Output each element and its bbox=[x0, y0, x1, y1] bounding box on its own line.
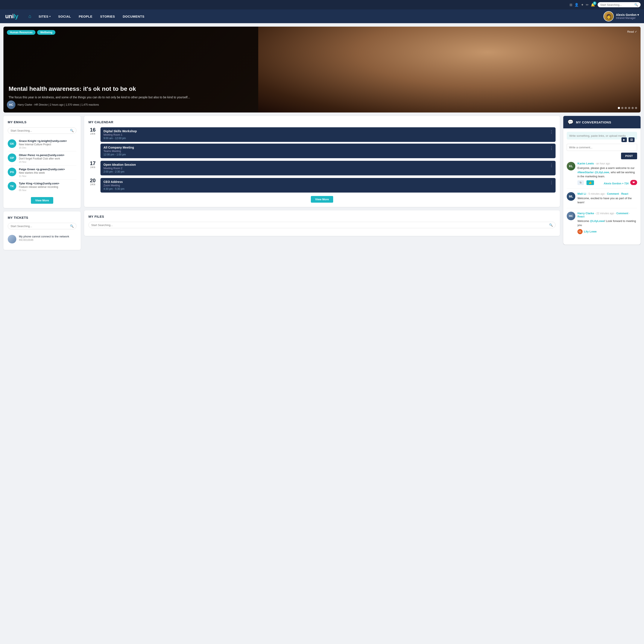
nav-item-documents[interactable]: DOCUMENTS bbox=[119, 15, 148, 18]
conv-reactor-avatar: LL bbox=[577, 229, 583, 234]
nav-user[interactable]: 👩 Alexis Gordon ▾ Intranet Manager bbox=[603, 11, 639, 21]
files-search-box[interactable]: 🔍 bbox=[88, 222, 556, 228]
conv-mention-karim[interactable]: @LilyLowe bbox=[595, 171, 609, 174]
calendar-row-16a: 16 JAN ⋮ Digital Skills Workshop Meeting… bbox=[88, 127, 556, 142]
conversations-header: 💬 MY CONVERSATIONS bbox=[563, 116, 641, 128]
cal-event-digital[interactable]: ⋮ Digital Skills Workshop Meeting Room 1… bbox=[100, 127, 556, 142]
hero-image bbox=[258, 27, 641, 112]
event-menu-icon-4[interactable]: ⋮ bbox=[550, 180, 553, 185]
sites-chevron-icon: ▾ bbox=[49, 15, 51, 18]
cal-date-16: 16 JAN bbox=[88, 127, 97, 135]
hero-tag-wellbeing[interactable]: Wellbeing bbox=[37, 30, 55, 35]
cal-event-title-1: Digital Skills Workshop bbox=[103, 129, 553, 133]
conv-text-harry: Welcome @LilyLowe! Look forward to meeti… bbox=[577, 219, 637, 227]
conv-name-harry[interactable]: Harry Clarke bbox=[577, 212, 594, 215]
email-item-gk[interactable]: GK Grace Knight <g.knight@unily.com> New… bbox=[8, 137, 76, 151]
email-avatar-gk: GK bbox=[8, 139, 16, 148]
left-column: MY EMAILS 🔍 GK Grace Knight <g.knight@un… bbox=[3, 116, 81, 250]
emails-list: GK Grace Knight <g.knight@unily.com> New… bbox=[8, 137, 76, 194]
cal-event-ceo[interactable]: ⋮ CEO Address Zoom Meeting 4:30 pm - 5:3… bbox=[100, 178, 556, 193]
cal-event-location-4: Zoom Meeting bbox=[103, 184, 553, 187]
hero-dot-3[interactable] bbox=[625, 107, 627, 109]
conv-share-btn-karim[interactable]: ↻ bbox=[577, 180, 584, 185]
emails-search-box[interactable]: 🔍 bbox=[8, 127, 76, 134]
emails-search-input[interactable] bbox=[11, 129, 69, 132]
emails-search-icon: 🔍 bbox=[70, 129, 74, 132]
nav-item-stories[interactable]: STORIES bbox=[96, 15, 119, 18]
conv-comment-link-harry[interactable]: Comment bbox=[616, 212, 628, 215]
conv-comment-link-mali[interactable]: Comment bbox=[607, 192, 619, 195]
email-date-tk: 05 Nov bbox=[19, 189, 76, 191]
tickets-search-input[interactable] bbox=[11, 225, 69, 228]
cal-event-title-4: CEO Address bbox=[103, 180, 553, 184]
cal-event-allco[interactable]: ⋮ All Company Meeting Teams Meeting 12:0… bbox=[100, 144, 556, 158]
hero-dot-6[interactable] bbox=[635, 107, 637, 109]
calendar-title: MY CALENDAR bbox=[88, 120, 556, 124]
top-search-input[interactable] bbox=[600, 3, 633, 6]
event-menu-icon-1[interactable]: ⋮ bbox=[550, 129, 553, 134]
tickets-search-box[interactable]: 🔍 bbox=[8, 223, 76, 229]
hero-tag-hr[interactable]: Human Resources bbox=[7, 30, 35, 35]
notification-bell[interactable]: 🔔 8 bbox=[591, 3, 595, 7]
email-item-tk[interactable]: TK Tyler King <t.king@unily.com> Feature… bbox=[8, 180, 76, 194]
conversations-image-btn[interactable]: 🖼 bbox=[629, 137, 635, 142]
nav-item-people[interactable]: PEOPLE bbox=[75, 15, 96, 18]
email-sender-pg: Paige Green <p.green@unily.com> bbox=[19, 168, 76, 171]
right-column: 💬 MY CONVERSATIONS Write something, past… bbox=[563, 116, 641, 250]
conv-body-harry: Harry Clarke - 22 minutes ago - Comment … bbox=[577, 212, 637, 234]
files-search-input[interactable] bbox=[91, 223, 548, 227]
conv-mention-harry[interactable]: @LilyLowe bbox=[590, 219, 605, 223]
email-item-op[interactable]: OP Oliver Perez <o.perez@unily.com> Don'… bbox=[8, 151, 76, 166]
conv-react-link-mali[interactable]: React bbox=[621, 192, 628, 195]
conversations-comment-input[interactable] bbox=[567, 144, 637, 151]
hero-author: HC Harry Clarke - HR Director | 2 hours … bbox=[7, 100, 99, 109]
edit-icon[interactable]: ✏ bbox=[586, 3, 589, 7]
nav-home-icon[interactable]: ⌂ bbox=[25, 14, 35, 19]
conversations-video-btn[interactable]: ▶ bbox=[621, 137, 627, 142]
hero-banner: Human Resources Wellbeing Read ✓ Mental … bbox=[3, 27, 641, 112]
star-icon[interactable]: ✦ bbox=[581, 3, 584, 7]
hero-dot-5[interactable] bbox=[632, 107, 634, 109]
calendar-view-more-button[interactable]: View More bbox=[311, 196, 333, 203]
user-chevron-icon: ▾ bbox=[637, 13, 639, 17]
ticket-avatar bbox=[8, 235, 16, 243]
windows-icon[interactable]: ⊞ bbox=[570, 3, 572, 7]
hero-dot-4[interactable] bbox=[628, 107, 630, 109]
event-menu-icon-2[interactable]: ⋮ bbox=[550, 146, 553, 150]
nav-item-social[interactable]: SOCIAL bbox=[54, 15, 75, 18]
nav-user-role: Intranet Manager bbox=[616, 17, 639, 20]
user-icon[interactable]: 👤 bbox=[574, 3, 579, 7]
conversations-icon: 💬 bbox=[568, 119, 573, 125]
conv-avatar-karim: KL bbox=[567, 162, 575, 170]
conv-message-harry: HC Harry Clarke - 22 minutes ago - Comme… bbox=[567, 212, 637, 238]
nav-items: ⌂ SITES ▾ SOCIAL PEOPLE STORIES DOCUMENT… bbox=[25, 14, 603, 19]
cal-events-16b: ⋮ All Company Meeting Teams Meeting 12:0… bbox=[100, 144, 556, 158]
conv-like-btn-karim[interactable]: 👍 bbox=[586, 180, 594, 185]
conv-name-mali[interactable]: Mali Li bbox=[577, 192, 586, 195]
nav-item-sites[interactable]: SITES ▾ bbox=[35, 15, 54, 18]
top-search-box[interactable]: 🔍 bbox=[598, 2, 641, 7]
conv-actions-karim: ↻ 👍 Alexis Gordon + 724 ❤ bbox=[577, 180, 637, 185]
conv-love-btn-karim[interactable]: ❤ bbox=[630, 180, 637, 185]
conversations-input-area[interactable]: Write something, paste links, or upload … bbox=[567, 132, 637, 140]
email-item-pg[interactable]: PG Paige Green <p.green@unily.com> New s… bbox=[8, 166, 76, 180]
conversations-post-button[interactable]: POST bbox=[621, 153, 637, 159]
emails-view-more-button[interactable]: View More bbox=[31, 197, 53, 204]
cal-date-17: 17 JAN bbox=[88, 161, 97, 169]
conversations-messages: KL Karim Lewis - an hour ago Everyone, p… bbox=[567, 162, 637, 238]
ticket-item[interactable]: My phone cannot connect to the network I… bbox=[8, 233, 76, 246]
hero-dot-2[interactable] bbox=[621, 107, 623, 109]
conv-reactor-name[interactable]: Lily Lowe bbox=[584, 230, 597, 233]
conv-name-karim[interactable]: Karim Lewis bbox=[577, 162, 594, 165]
cal-date-20: 20 JAN bbox=[88, 178, 97, 186]
hero-dot-1[interactable] bbox=[618, 107, 620, 109]
cal-event-ideation[interactable]: ⋮ Open Ideation Session Meeting Room 2 2… bbox=[100, 161, 556, 175]
conv-react-link-harry[interactable]: React bbox=[577, 215, 585, 218]
logo[interactable]: unily bbox=[5, 13, 18, 20]
files-card: MY FILES 🔍 bbox=[84, 210, 560, 236]
hero-read-button[interactable]: Read ✓ bbox=[627, 30, 637, 33]
cal-events-20: ⋮ CEO Address Zoom Meeting 4:30 pm - 5:3… bbox=[100, 178, 556, 193]
event-menu-icon-3[interactable]: ⋮ bbox=[550, 163, 553, 168]
email-content-gk: Grace Knight <g.knight@unily.com> New In… bbox=[19, 139, 76, 149]
conv-hashtag-karim[interactable]: #NewStarter bbox=[577, 171, 594, 174]
